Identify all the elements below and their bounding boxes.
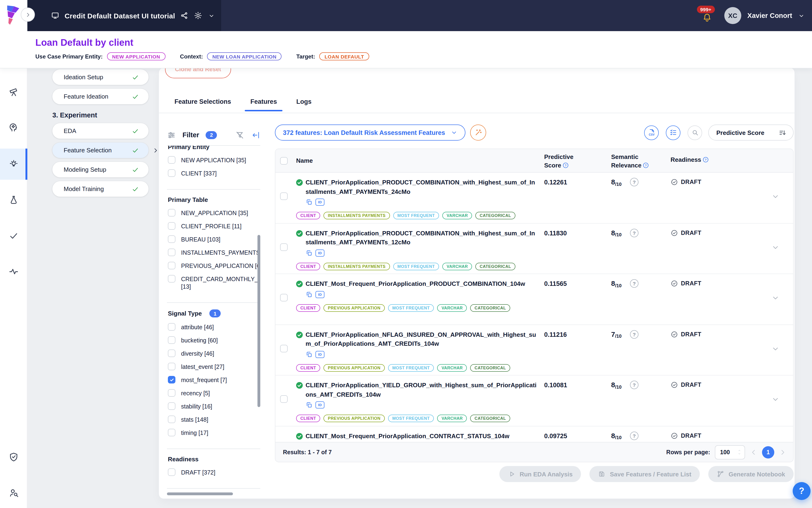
filter-option[interactable]: bucketing [60] <box>168 336 260 344</box>
filter-option[interactable]: CLIENT [337] <box>168 169 260 177</box>
rows-per-page-input[interactable]: 100 <box>715 445 745 459</box>
checkbox[interactable] <box>168 349 175 357</box>
search-button[interactable] <box>687 125 702 140</box>
filter-option[interactable]: PREVIOUS_APPLICATION [6 <box>168 262 260 270</box>
row-checkbox[interactable] <box>280 294 288 301</box>
filter-option[interactable]: stability [16] <box>168 403 260 410</box>
relevance-help-icon[interactable]: ? <box>630 228 638 237</box>
checkbox[interactable] <box>168 376 175 383</box>
run-eda-analysis-button[interactable]: Run EDA Analysis <box>499 466 581 482</box>
filter-option[interactable]: CLIENT_PROFILE [11] <box>168 222 260 230</box>
info-icon[interactable]: ? <box>562 162 569 168</box>
feature-name[interactable]: CLIENT_PriorApplication_NFLAG_INSURED_ON… <box>306 330 538 348</box>
filter-option[interactable]: stats [148] <box>168 416 260 424</box>
avatar[interactable]: XC <box>724 7 741 24</box>
filter-option[interactable]: BUREAU [103] <box>168 236 260 243</box>
row-checkbox[interactable] <box>280 193 288 200</box>
id-icon[interactable]: ID <box>315 351 324 358</box>
checkbox[interactable] <box>168 389 175 397</box>
rail-item-user-search[interactable] <box>0 477 27 508</box>
checkbox[interactable] <box>168 236 175 243</box>
filter-option[interactable]: latest_event [27] <box>168 363 260 371</box>
feature-name[interactable]: CLIENT_Most_Frequent_PriorApplication_CO… <box>306 431 538 440</box>
clone-and-reset-button[interactable]: Clone and Reset <box>165 68 231 78</box>
help-button[interactable]: ? <box>793 482 811 500</box>
checklist-button[interactable] <box>666 125 680 140</box>
previous-page-icon[interactable] <box>750 448 757 456</box>
sidebar-expand-button[interactable] <box>21 7 35 22</box>
checkbox[interactable] <box>168 275 175 283</box>
row-checkbox[interactable] <box>280 345 288 352</box>
filter-option[interactable]: timing [17] <box>168 429 260 437</box>
magic-wand-button[interactable] <box>470 125 486 140</box>
info-icon[interactable]: ? <box>703 157 709 163</box>
filter-option[interactable]: NEW_APPLICATION [35] <box>168 209 260 217</box>
filter-option[interactable]: INSTALLMENTS_PAYMENTS <box>168 249 260 257</box>
filter-option[interactable]: CREDIT_CARD_MONTHLY_B [13] <box>168 275 260 291</box>
filter-option[interactable]: diversity [46] <box>168 349 260 357</box>
page-number[interactable]: 1 <box>762 446 774 458</box>
checkbox[interactable] <box>168 336 175 344</box>
rail-item-flask[interactable] <box>0 184 27 216</box>
id-icon[interactable]: ID <box>315 249 324 256</box>
checkbox[interactable] <box>168 403 175 410</box>
copy-icon[interactable] <box>306 351 313 358</box>
relevance-help-icon[interactable]: ? <box>630 330 638 338</box>
copy-icon[interactable] <box>306 401 313 409</box>
step-modeling-setup[interactable]: Modeling Setup <box>52 162 148 177</box>
collapse-panel-icon[interactable] <box>251 130 260 139</box>
filter-option[interactable]: NEW APPLICATION [35] <box>168 156 260 164</box>
filter-option[interactable]: attribute [46] <box>168 323 260 331</box>
generate-notebook-button[interactable]: Generate Notebook <box>708 466 794 482</box>
checkbox[interactable] <box>168 262 175 269</box>
chevron-down-icon[interactable] <box>209 12 215 18</box>
share-icon[interactable] <box>180 11 189 20</box>
expand-row-icon[interactable] <box>771 243 779 251</box>
expand-row-icon[interactable] <box>771 294 779 302</box>
row-checkbox[interactable] <box>280 243 288 251</box>
step-feature-selection[interactable]: Feature Selection <box>52 142 148 158</box>
relevance-help-icon[interactable]: ? <box>630 381 638 389</box>
chevron-right-icon[interactable] <box>152 147 159 154</box>
rail-item-head-gear[interactable] <box>0 112 27 143</box>
checkbox[interactable] <box>168 222 175 230</box>
expand-row-icon[interactable] <box>771 193 779 201</box>
relevance-help-icon[interactable]: ? <box>630 279 638 288</box>
tab-features[interactable]: Features <box>250 98 278 105</box>
gear-icon[interactable] <box>194 11 202 20</box>
id-icon[interactable]: ID <box>315 199 324 206</box>
vertical-scrollbar[interactable] <box>258 235 260 407</box>
rail-item-lightbulb[interactable] <box>0 149 27 180</box>
filter-option[interactable]: DRAFT [372] <box>168 468 260 476</box>
tab-feature-selections[interactable]: Feature Selections <box>174 98 232 105</box>
horizontal-scrollbar[interactable] <box>167 493 233 495</box>
rail-item-check[interactable] <box>0 220 27 251</box>
select-all-checkbox[interactable] <box>280 157 288 165</box>
copy-icon[interactable] <box>306 291 313 298</box>
id-icon[interactable]: ID <box>315 401 324 409</box>
expand-row-icon[interactable] <box>771 345 779 352</box>
feature-name[interactable]: CLIENT_PriorApplication_PRODUCT_COMBINAT… <box>306 228 538 247</box>
feature-name[interactable]: CLIENT_Most_Frequent_PriorApplication_PR… <box>306 279 538 288</box>
checkbox[interactable] <box>168 416 175 423</box>
feature-name[interactable]: CLIENT_PriorApplication_YIELD_GROUP_with… <box>306 381 538 399</box>
feature-name[interactable]: CLIENT_PriorApplication_PRODUCT_COMBINAT… <box>306 178 538 196</box>
feature-list-dropdown[interactable]: 372 features: Loan Default Risk Assessme… <box>275 125 465 140</box>
step-ideation-setup[interactable]: Ideation Setup <box>52 69 148 85</box>
row-checkbox[interactable] <box>280 395 288 403</box>
chevron-down-icon[interactable] <box>798 12 805 18</box>
checkbox[interactable] <box>168 156 175 164</box>
rail-item-shield-check[interactable] <box>0 441 27 473</box>
checkbox[interactable] <box>168 249 175 256</box>
checkbox[interactable] <box>168 429 175 436</box>
stepper-icons[interactable] <box>737 449 741 455</box>
rail-item-activity[interactable] <box>0 256 27 287</box>
step-eda[interactable]: EDA <box>52 123 148 139</box>
expand-row-icon[interactable] <box>771 395 779 403</box>
sort-selector[interactable]: Predictive Score <box>708 125 794 140</box>
save-features-feature-list-button[interactable]: Save Features / Feature List <box>590 466 700 482</box>
copy-icon[interactable] <box>306 199 313 206</box>
checkbox[interactable] <box>168 209 175 216</box>
info-icon[interactable]: ? <box>643 162 649 168</box>
checkbox[interactable] <box>168 468 175 476</box>
